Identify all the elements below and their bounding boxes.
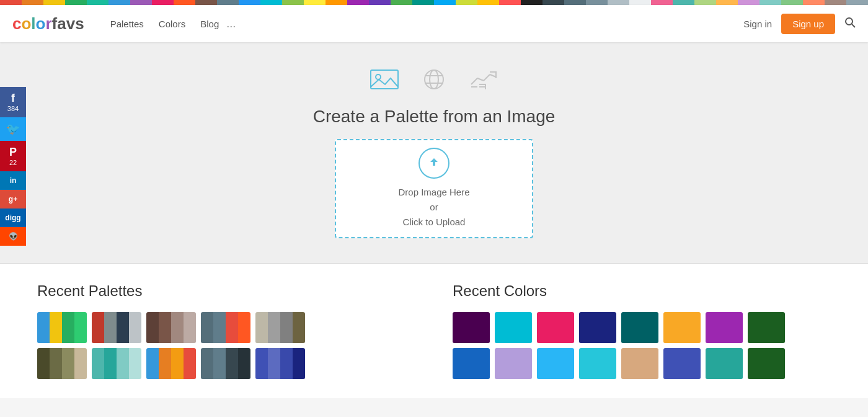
palette-item[interactable] (146, 348, 196, 379)
palette-item[interactable] (201, 348, 250, 379)
recent-palettes-title: Recent Palettes (37, 282, 415, 300)
palette-item[interactable] (37, 312, 87, 343)
svg-line-1 (852, 24, 855, 27)
color-grid (453, 312, 831, 379)
color-item[interactable] (579, 348, 616, 379)
color-item[interactable] (663, 312, 701, 343)
svg-point-0 (846, 18, 852, 25)
color-item[interactable] (706, 312, 743, 343)
color-item[interactable] (579, 312, 616, 343)
upload-icon (418, 148, 450, 179)
nav-more[interactable]: ... (226, 17, 236, 30)
recent-section: Recent Palettes (0, 264, 868, 398)
recent-palettes-col: Recent Palettes (37, 282, 415, 379)
color-row (453, 348, 831, 379)
logo[interactable]: colorfavs (12, 14, 84, 34)
svg-point-4 (425, 70, 443, 89)
header: colorfavs Palettes Colors Blog ... Sign … (0, 5, 868, 42)
color-item[interactable] (663, 348, 701, 379)
pinterest-icon: P (9, 146, 17, 159)
image-drop-zone[interactable]: Drop Image Here or Click to Upload (335, 139, 533, 238)
googleplus-icon: g+ (9, 195, 17, 204)
color-item[interactable] (495, 312, 532, 343)
main-nav: Palettes Colors Blog ... (103, 17, 236, 30)
color-item[interactable] (453, 348, 490, 379)
color-item[interactable] (748, 348, 785, 379)
reddit-icon: 👽 (9, 232, 18, 241)
nav-colors[interactable]: Colors (151, 19, 193, 29)
web-mode-icon[interactable] (418, 67, 450, 94)
color-row (453, 312, 831, 343)
color-item[interactable] (537, 348, 574, 379)
pinterest-count: 22 (9, 159, 17, 166)
twitter-icon: 🐦 (6, 122, 20, 136)
color-item[interactable] (453, 312, 490, 343)
color-item[interactable] (748, 312, 785, 343)
svg-point-3 (376, 74, 381, 79)
svg-line-8 (471, 78, 477, 84)
linkedin-share[interactable]: in (0, 171, 26, 190)
palette-item[interactable] (146, 312, 196, 343)
nav-blog[interactable]: Blog (193, 19, 226, 29)
linkedin-icon: in (10, 176, 17, 185)
palette-row (37, 312, 415, 343)
facebook-icon: f (11, 92, 15, 105)
color-item[interactable] (495, 348, 532, 379)
sign-in-link[interactable]: Sign in (743, 19, 772, 29)
color-item[interactable] (706, 348, 743, 379)
palette-item[interactable] (37, 348, 87, 379)
create-area: Create a Palette from an Image Drop Imag… (0, 42, 868, 264)
svg-point-5 (430, 70, 438, 89)
palette-grid (37, 312, 415, 379)
palette-item[interactable] (92, 312, 141, 343)
random-mode-icon[interactable] (468, 67, 499, 94)
palette-item[interactable] (255, 312, 305, 343)
svg-rect-2 (371, 70, 398, 89)
color-item[interactable] (621, 312, 658, 343)
social-sidebar: f 384 🐦 P 22 in g+ digg 👽 (0, 87, 26, 246)
twitter-share[interactable]: 🐦 (0, 117, 26, 141)
svg-line-9 (477, 78, 484, 81)
nav-palettes[interactable]: Palettes (103, 19, 151, 29)
create-mode-icons (369, 67, 499, 94)
pinterest-share[interactable]: P 22 (0, 141, 26, 171)
drop-text: Drop Image Here or Click to Upload (398, 185, 469, 230)
palette-item[interactable] (255, 348, 305, 379)
facebook-count: 384 (7, 105, 19, 112)
search-button[interactable] (844, 17, 856, 31)
palette-row (37, 348, 415, 379)
digg-icon: digg (5, 213, 20, 222)
create-title: Create a Palette from an Image (313, 107, 556, 127)
svg-line-10 (484, 74, 490, 81)
sign-up-button[interactable]: Sign up (781, 14, 835, 34)
recent-colors-col: Recent Colors (453, 282, 831, 379)
recent-colors-title: Recent Colors (453, 282, 831, 300)
header-right: Sign in Sign up (743, 14, 856, 34)
rainbow-stripe (0, 0, 868, 5)
color-item[interactable] (621, 348, 658, 379)
image-mode-icon[interactable] (369, 67, 400, 94)
digg-share[interactable]: digg (0, 208, 26, 227)
svg-line-11 (490, 74, 496, 77)
googleplus-share[interactable]: g+ (0, 190, 26, 208)
facebook-share[interactable]: f 384 (0, 87, 26, 117)
palette-item[interactable] (92, 348, 141, 379)
palette-item[interactable] (201, 312, 250, 343)
reddit-share[interactable]: 👽 (0, 227, 26, 246)
color-item[interactable] (537, 312, 574, 343)
